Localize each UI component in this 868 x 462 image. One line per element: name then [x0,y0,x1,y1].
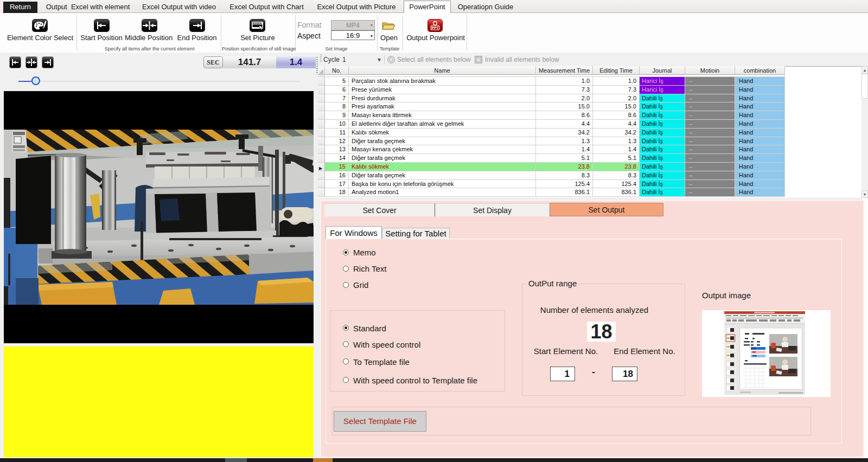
svg-text:PPT: PPT [432,26,439,30]
